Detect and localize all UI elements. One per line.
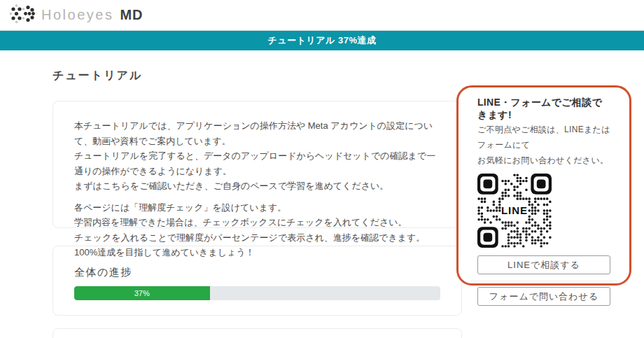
svg-text:LINE: LINE — [501, 204, 528, 216]
intro-line: まずはこちらをご確認いただき、ご自身のペースで学習を進めてください。 — [74, 178, 440, 194]
intro-line: 本チュートリアルでは、アプリケーションの操作方法や Meta アカウントの設定に… — [74, 118, 440, 148]
intro-line: 学習内容を理解できた場合は、チェックボックスにチェックを入れてください。 — [74, 215, 440, 230]
brand-name: Holoeyes — [41, 7, 113, 23]
consult-description-line: お気軽にお問い合わせください。 — [477, 153, 610, 168]
progress-bar-track: 37% — [74, 286, 440, 300]
consult-panel: LINE・フォームでご相談できます! ご不明点やご相談は、LINEまたはフォーム… — [456, 85, 631, 286]
intro-line: 各ページには「理解度チェック」を設けています。 — [74, 200, 440, 216]
tutorial-progress-banner: チュートリアル 37%達成 — [0, 31, 644, 50]
app-header: Holoeyes MD — [0, 0, 644, 31]
tutorial-intro-card: 本チュートリアルでは、アプリケーションの操作方法や Meta アカウントの設定に… — [52, 101, 462, 228]
consult-description-line: ご不明点やご相談は、LINEまたはフォームにて — [477, 122, 610, 153]
brand-logo[interactable]: Holoeyes MD — [10, 4, 144, 27]
progress-percent-label: 37% — [134, 289, 150, 297]
line-qr-code: LINE — [477, 174, 552, 248]
intro-line: チュートリアルを完了すると、データのアップロードからヘッドセットでの確認まで一通… — [74, 148, 440, 178]
preparation-section-card: ご利用開始までの準備 — [52, 328, 462, 338]
intro-paragraph-1: 本チュートリアルでは、アプリケーションの操作方法や Meta アカウントの設定に… — [74, 118, 440, 194]
consult-panel-title: LINE・フォームでご相談できます! — [477, 97, 610, 122]
line-consult-button[interactable]: LINEで相談する — [477, 255, 610, 274]
overall-progress-title: 全体の進捗 — [74, 266, 440, 279]
page-title: チュートリアル — [52, 69, 462, 83]
main-column: チュートリアル 本チュートリアルでは、アプリケーションの操作方法や Meta ア… — [52, 50, 462, 338]
intro-line: チェックを入れることで理解度がパーセンテージで表示され、進捗を確認できます。 — [74, 230, 440, 246]
holoeyes-logo-icon — [10, 4, 36, 27]
form-contact-button[interactable]: フォームで問い合わせる — [477, 287, 610, 306]
progress-fill: 37% — [74, 286, 210, 300]
tutorial-progress-banner-text: チュートリアル 37%達成 — [268, 34, 377, 47]
consult-divider — [470, 281, 617, 281]
brand-suffix: MD — [120, 7, 143, 23]
